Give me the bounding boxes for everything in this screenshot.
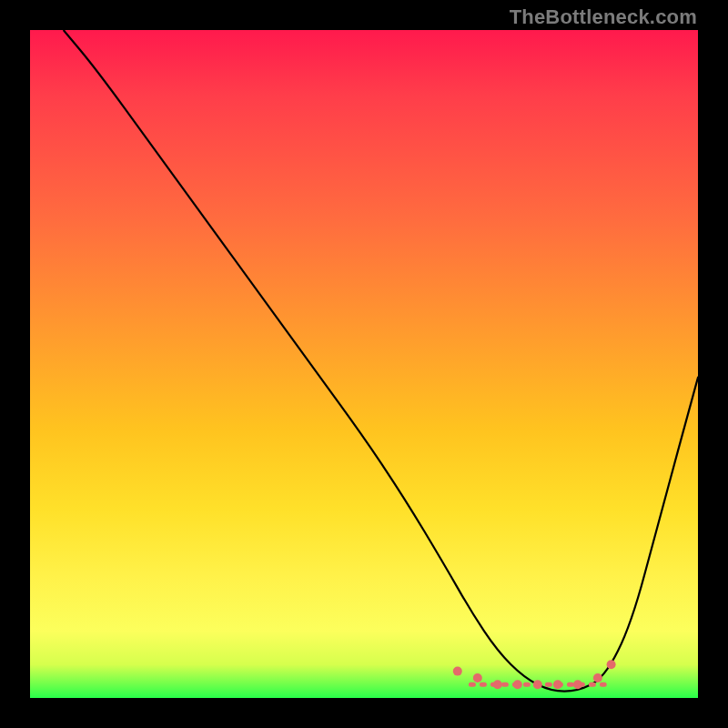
marker-dot — [533, 680, 542, 689]
marker-dot — [607, 660, 616, 669]
marker-dot — [513, 680, 522, 689]
marker-dot — [473, 673, 482, 682]
marker-dot — [553, 680, 562, 689]
chart-container: TheBottleneck.com — [0, 0, 728, 728]
watermark-text: TheBottleneck.com — [510, 5, 697, 29]
marker-dot — [453, 667, 462, 676]
plot-area — [30, 30, 698, 698]
marker-dot — [493, 680, 502, 689]
bottleneck-curve — [30, 30, 698, 698]
marker-dot — [593, 673, 602, 682]
marker-dot — [573, 680, 582, 689]
